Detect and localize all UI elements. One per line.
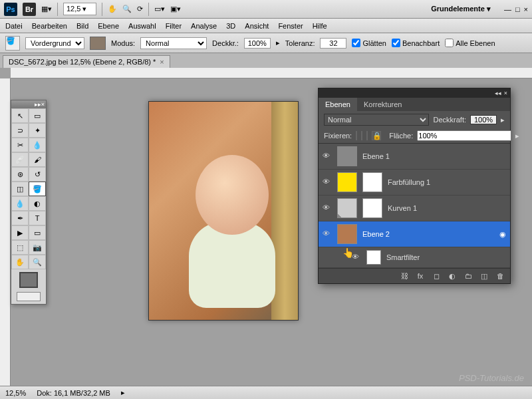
tab-ebenen[interactable]: Ebenen (319, 98, 357, 111)
status-docsize[interactable]: Dok: 16,1 MB/32,2 MB (37, 389, 110, 397)
antialias-checkbox[interactable]: Glätten (352, 39, 386, 47)
toolbox-header[interactable]: ▸▸× (11, 100, 46, 108)
visibility-icon[interactable] (323, 178, 332, 187)
history-brush-tool-icon[interactable]: ↺ (29, 167, 46, 182)
layout-icon[interactable]: ▦▾ (41, 5, 52, 13)
blend-mode-select[interactable]: Normal (324, 114, 429, 126)
lock-pixels-icon[interactable] (361, 131, 362, 140)
layer-name[interactable]: Farbfüllung 1 (388, 178, 506, 186)
visibility-icon[interactable] (323, 229, 332, 239)
fill-flyout-icon[interactable]: ▸ (515, 132, 519, 140)
pen-tool-icon[interactable]: ✒ (11, 211, 29, 225)
path-select-tool-icon[interactable]: ▶ (11, 225, 29, 240)
move-tool-icon[interactable]: ↖ (11, 108, 29, 123)
collapse-icon[interactable]: ◂◂ (495, 90, 501, 96)
arrange-icon[interactable]: ▭▾ (154, 5, 165, 13)
eyedropper-tool-icon[interactable]: 💧 (29, 138, 46, 152)
shape-tool-icon[interactable]: ▭ (29, 225, 46, 240)
hand-tool-icon[interactable]: ✋ (11, 255, 29, 269)
fill-target-select[interactable]: Vordergrund (25, 37, 84, 49)
panel-close-icon[interactable]: × (41, 101, 45, 108)
menu-datei[interactable]: Datei (5, 22, 23, 30)
layer-name[interactable]: Ebene 2 (362, 230, 494, 238)
contiguous-checkbox[interactable]: Benachbart (392, 39, 440, 47)
layer-name[interactable]: Kurven 1 (388, 204, 506, 212)
fill-swatch[interactable] (90, 37, 106, 50)
lock-all-icon[interactable]: 🔒 (372, 131, 381, 140)
blur-tool-icon[interactable]: 💧 (11, 196, 29, 211)
menu-auswahl[interactable]: Auswahl (128, 22, 156, 30)
brush-tool-icon[interactable]: 🖌 (29, 152, 46, 167)
workspace-selector[interactable]: Grundelemente ▾ (431, 5, 491, 13)
foreground-color-swatch[interactable] (19, 272, 38, 288)
document-tab[interactable]: DSC_5672.jpg bei 12,5% (Ebene 2, RGB/8) … (3, 55, 170, 68)
adjustment-layer-icon[interactable]: ◐ (448, 271, 457, 281)
maximize-icon[interactable]: □ (515, 5, 520, 13)
hand-tool-icon[interactable]: ✋ (108, 5, 117, 13)
current-tool-icon[interactable]: 🪣 (5, 36, 20, 51)
visibility-icon[interactable] (323, 203, 332, 213)
document-canvas[interactable] (148, 101, 299, 321)
layer-name[interactable]: Ebene 1 (362, 152, 506, 160)
layer-thumbnail[interactable] (337, 198, 357, 218)
visibility-icon[interactable] (323, 152, 332, 161)
lock-transparency-icon[interactable] (356, 131, 357, 140)
filter-mask-thumbnail[interactable] (366, 250, 381, 265)
menu-bild[interactable]: Bild (76, 22, 88, 30)
minimize-icon[interactable]: — (504, 5, 511, 13)
marquee-tool-icon[interactable]: ▭ (29, 108, 46, 123)
quickmask-toggle[interactable] (17, 292, 41, 301)
bridge-icon[interactable]: Br (23, 3, 36, 16)
menu-ebene[interactable]: Ebene (98, 22, 119, 30)
layer-fill-input[interactable] (417, 130, 511, 141)
menu-3d[interactable]: 3D (226, 22, 235, 30)
tolerance-input[interactable] (320, 38, 346, 49)
3d-tool-icon[interactable]: ⬚ (11, 240, 29, 255)
menu-bearbeiten[interactable]: Bearbeiten (32, 22, 67, 30)
panel-header[interactable]: ◂◂ × (319, 88, 510, 98)
mode-select[interactable]: Normal (140, 37, 207, 49)
bucket-tool-icon[interactable]: 🪣 (29, 182, 46, 196)
layer-row[interactable]: Ebene 2 ◉ (319, 221, 510, 247)
status-zoom[interactable]: 12,5% (5, 389, 26, 397)
layer-mask-thumbnail[interactable] (362, 172, 382, 192)
dodge-tool-icon[interactable]: ◐ (29, 196, 46, 211)
layer-row-smartfilter[interactable]: Smartfilter (319, 247, 510, 268)
layer-thumbnail[interactable] (337, 172, 357, 192)
menu-analyse[interactable]: Analyse (191, 22, 217, 30)
link-layers-icon[interactable]: ⛓ (400, 271, 409, 281)
layer-mask-icon[interactable]: ◻ (432, 271, 441, 281)
tab-close-icon[interactable]: × (160, 58, 164, 66)
visibility-icon[interactable] (352, 253, 361, 262)
new-layer-icon[interactable]: ◫ (479, 271, 489, 281)
layer-opacity-input[interactable] (470, 115, 497, 124)
stamp-tool-icon[interactable]: ⊛ (11, 167, 29, 182)
menu-fenster[interactable]: Fenster (278, 22, 303, 30)
layer-row[interactable]: Kurven 1 (319, 196, 510, 221)
layer-row[interactable]: Farbfüllung 1 (319, 170, 510, 196)
wand-tool-icon[interactable]: ✦ (29, 123, 46, 138)
screen-mode-icon[interactable]: ▣▾ (170, 5, 181, 13)
rotate-view-icon[interactable]: ⟳ (137, 5, 143, 13)
layer-thumbnail[interactable] (337, 146, 357, 166)
status-flyout-icon[interactable]: ▸ (121, 388, 125, 397)
zoom-tool-icon[interactable]: 🔍 (122, 5, 132, 13)
opacity-flyout-icon[interactable]: ▸ (276, 39, 280, 47)
healing-tool-icon[interactable]: 🩹 (11, 152, 29, 167)
crop-tool-icon[interactable]: ✂ (11, 138, 29, 152)
menu-ansicht[interactable]: Ansicht (245, 22, 269, 30)
eraser-tool-icon[interactable]: ◫ (11, 182, 29, 196)
layer-thumbnail[interactable] (337, 224, 357, 244)
layer-mask-thumbnail[interactable] (362, 198, 382, 218)
delete-layer-icon[interactable]: 🗑 (495, 271, 505, 281)
zoom-select[interactable]: 12,5 ▾ (63, 3, 96, 15)
layer-group-icon[interactable]: 🗀 (464, 271, 473, 281)
3d-camera-tool-icon[interactable]: 📷 (29, 240, 46, 255)
opacity-flyout-icon[interactable]: ▸ (501, 116, 505, 124)
collapse-icon[interactable]: ▸▸ (35, 101, 41, 108)
opacity-input[interactable] (244, 38, 271, 49)
menu-filter[interactable]: Filter (166, 22, 182, 30)
layer-row[interactable]: Ebene 1 (319, 144, 510, 170)
all-layers-checkbox[interactable]: Alle Ebenen (445, 39, 495, 47)
type-tool-icon[interactable]: T (29, 211, 46, 225)
